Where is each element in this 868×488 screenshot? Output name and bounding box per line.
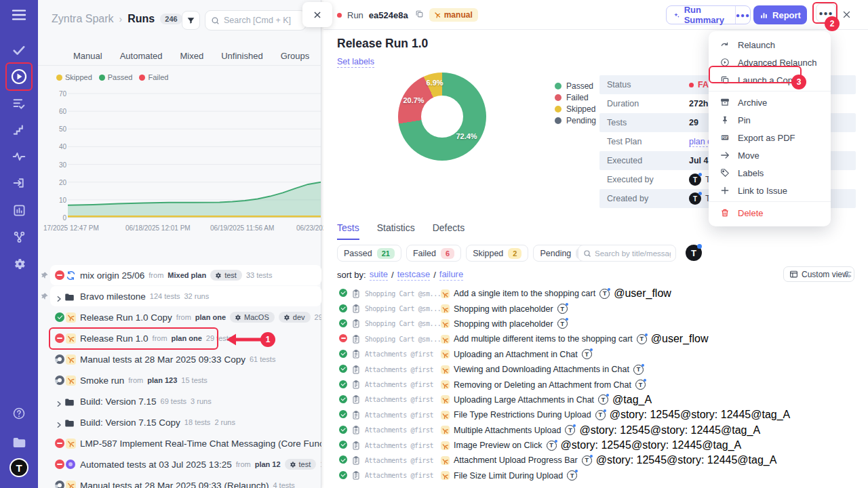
- annotation-box-sidebar-runs: [5, 62, 33, 91]
- menu-item-labels[interactable]: Labels: [709, 164, 831, 182]
- run-list-item[interactable]: Smoke runfromplan 12315 tests: [38, 370, 321, 390]
- report-button[interactable]: Report: [753, 5, 807, 24]
- test-row[interactable]: Shopping Cart @sm...Add a single item to…: [323, 286, 868, 301]
- test-row[interactable]: Attachments @firstRemoving or Deleting a…: [323, 377, 868, 392]
- run-summary-more-button[interactable]: ●●●: [736, 12, 750, 19]
- test-row[interactable]: Shopping Cart @sm...Shopping with placeh…: [323, 317, 868, 331]
- sidebar-check-icon[interactable]: [0, 39, 38, 62]
- run-name[interactable]: LMP-587 Implement Real-Time Chat Messagi…: [80, 439, 321, 449]
- test-title[interactable]: Attachment Upload Progress Bar: [454, 455, 578, 465]
- sidebar-import-icon[interactable]: [0, 171, 38, 195]
- detail-tab-tests[interactable]: Tests: [337, 222, 359, 240]
- filter-chip-failed[interactable]: Failed6: [406, 245, 461, 262]
- close-runs-panel-button[interactable]: [302, 2, 332, 27]
- close-detail-button[interactable]: [842, 9, 852, 20]
- run-status-dot: [337, 13, 342, 18]
- menu-item-move[interactable]: Move: [709, 146, 831, 164]
- test-title[interactable]: Multiple Attachments Upload: [454, 426, 561, 435]
- test-title[interactable]: Add a single item to the shopping cart: [454, 289, 595, 298]
- test-row[interactable]: Attachments @firstFile Size Limit During…: [323, 468, 868, 483]
- sidebar-chart-icon[interactable]: [0, 199, 38, 222]
- filter-chip-skipped[interactable]: Skipped2: [466, 245, 528, 262]
- sidebar-steps-icon[interactable]: [0, 119, 38, 142]
- tests-search-input[interactable]: [595, 249, 671, 258]
- author-avatar: T: [547, 441, 557, 451]
- sort-by-failure[interactable]: failure: [439, 269, 463, 281]
- test-row[interactable]: Attachments @firstUploading Large Attach…: [323, 392, 868, 407]
- testcase-icon: [352, 456, 360, 465]
- test-row[interactable]: Attachments @firstUploading an Attachmen…: [323, 347, 868, 362]
- run-name[interactable]: mix origin 25/06: [80, 270, 144, 281]
- run-list-item[interactable]: Build: Version 7.1569 tests3 runs: [38, 391, 321, 411]
- assignee-avatar[interactable]: T: [686, 245, 702, 261]
- menu-item-archive[interactable]: Archive: [709, 94, 831, 111]
- test-row[interactable]: Attachments @firstAttachment Upload Prog…: [323, 453, 868, 468]
- test-title[interactable]: Removing or Deleting an Attachment from …: [454, 380, 631, 390]
- sidebar-menu-icon[interactable]: [0, 3, 38, 26]
- run-list-item[interactable]: LMP-587 Implement Real-Time Chat Messagi…: [38, 433, 321, 453]
- run-list-item[interactable]: Release Run 1.0 Copyfromplan oneMacOSdev…: [38, 307, 321, 327]
- run-plan-link[interactable]: plan 12: [255, 460, 281, 468]
- run-name[interactable]: Build: Version 7.15 Copy: [80, 418, 180, 428]
- run-list-item[interactable]: Manual tests at 28 Mar 2025 09:33 (Relau…: [38, 475, 321, 488]
- menu-item-link-to-issue[interactable]: Link to Issue: [709, 182, 831, 199]
- test-title[interactable]: Shopping with placeholder: [454, 319, 553, 329]
- test-title[interactable]: Viewing and Downloading Attachments in C…: [454, 365, 629, 374]
- run-plan-link[interactable]: Mixed plan: [167, 271, 206, 279]
- test-row[interactable]: Attachments @firstFile Type Restrictions…: [323, 407, 868, 422]
- test-title[interactable]: Uploading an Attachment in Chat: [454, 350, 578, 359]
- sort-by-suite[interactable]: suite: [370, 269, 388, 281]
- sidebar-pulse-icon[interactable]: [0, 145, 38, 168]
- test-title[interactable]: File Size Limit During Upload: [454, 471, 563, 481]
- test-title[interactable]: Shopping with placeholder: [454, 304, 553, 314]
- sidebar-folder-icon[interactable]: [0, 431, 38, 454]
- run-name[interactable]: Build: Version 7.15: [80, 396, 157, 407]
- run-name[interactable]: Smoke run: [80, 375, 124, 386]
- test-title[interactable]: Add multiple different items to the shop…: [454, 334, 633, 344]
- sparkles-icon: [673, 11, 680, 20]
- sidebar-user-avatar[interactable]: T: [9, 458, 28, 477]
- sort-by-testcase[interactable]: testcase: [397, 269, 430, 281]
- set-labels-link[interactable]: Set labels: [337, 57, 374, 68]
- run-name[interactable]: Release Run 1.0 Copy: [80, 312, 172, 323]
- menu-item-export-as-pdf[interactable]: PDFExport as PDF: [709, 129, 831, 146]
- chevron-right-icon[interactable]: [56, 398, 62, 410]
- detail-tab-defects[interactable]: Defects: [433, 222, 465, 240]
- sidebar-gear-icon[interactable]: [0, 252, 38, 275]
- detail-tab-statistics[interactable]: Statistics: [377, 222, 415, 240]
- tests-search[interactable]: [578, 245, 676, 262]
- run-name[interactable]: Bravo milestone: [80, 291, 146, 302]
- test-suite: Attachments @first: [365, 457, 441, 464]
- test-row[interactable]: Attachments @firstMultiple Attachments U…: [323, 423, 868, 438]
- view-settings-icon[interactable]: [843, 269, 853, 281]
- run-list-item[interactable]: Bravo milestone124 tests32 runs: [38, 286, 321, 306]
- run-name[interactable]: Manual tests at 28 Mar 2025 09:33 (Relau…: [80, 481, 269, 488]
- run-summary-button[interactable]: Run Summary ●●●: [666, 5, 751, 24]
- run-plan-link[interactable]: plan one: [195, 313, 226, 321]
- run-list-item[interactable]: Manual tests at 28 Mar 2025 09:33 Copy61…: [38, 349, 321, 369]
- chevron-right-icon[interactable]: [56, 293, 62, 305]
- test-title[interactable]: Image Preview on Click: [454, 441, 542, 450]
- testcase-icon: [352, 289, 360, 298]
- chevron-right-icon[interactable]: [56, 419, 62, 431]
- run-plan-link[interactable]: plan 123: [147, 376, 177, 384]
- run-name[interactable]: Manual tests at 28 Mar 2025 09:33 Copy: [80, 354, 245, 365]
- run-name[interactable]: Automated tests at 03 Jul 2025 13:25: [80, 460, 232, 470]
- filter-chip-passed[interactable]: Passed21: [337, 245, 401, 262]
- test-title[interactable]: Uploading Large Attachments in Chat: [454, 395, 594, 405]
- run-list-item[interactable]: Build: Version 7.15 Copy18 tests2 runs: [38, 412, 321, 432]
- test-title[interactable]: File Type Restrictions During Upload: [454, 410, 591, 420]
- sidebar-list-check-icon[interactable]: [0, 92, 38, 115]
- run-list-item[interactable]: Automated tests at 03 Jul 2025 13:25from…: [38, 454, 321, 474]
- menu-item-pin[interactable]: Pin: [709, 111, 831, 129]
- test-row[interactable]: Shopping Cart @sm...Shopping with placeh…: [323, 301, 868, 316]
- sidebar-help-icon[interactable]: [0, 402, 38, 425]
- test-row[interactable]: Attachments @firstViewing and Downloadin…: [323, 362, 868, 377]
- menu-item-delete[interactable]: Delete: [709, 204, 831, 222]
- test-row[interactable]: Attachments @firstImage Preview on Click…: [323, 438, 868, 453]
- sidebar-branch-icon[interactable]: [0, 225, 38, 248]
- copy-run-id-icon[interactable]: [415, 9, 424, 21]
- menu-item-relaunch[interactable]: Relaunch: [709, 36, 831, 54]
- run-list-item[interactable]: mix origin 25/06fromMixed plantest33 tes…: [38, 265, 321, 285]
- test-row[interactable]: Shopping Cart @sm...Add multiple differe…: [323, 331, 868, 346]
